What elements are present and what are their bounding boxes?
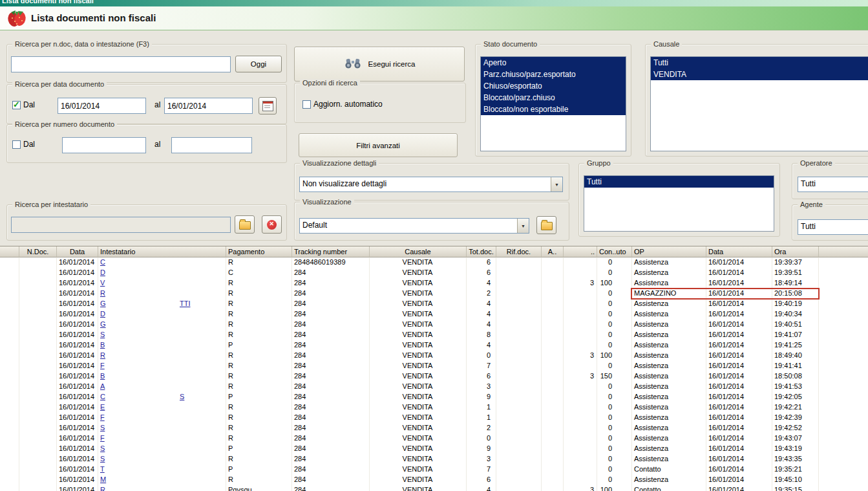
list-item[interactable]: Aperto	[481, 57, 626, 69]
table-row[interactable]: 16/01/2014CR2848486019389VENDITA60Assist…	[0, 257, 868, 268]
number-from-input[interactable]	[62, 137, 146, 153]
intestatario-link[interactable]: S	[100, 444, 105, 452]
calendar-button[interactable]	[259, 97, 277, 115]
intestatario-link[interactable]: M	[100, 475, 106, 483]
intestatario-link[interactable]: C	[100, 393, 105, 400]
table-row[interactable]: 16/01/2014RR284VENDITA03100Assistenza16/…	[0, 351, 868, 361]
gruppo-listbox[interactable]: Tutti	[584, 175, 774, 232]
date-from-input[interactable]	[58, 98, 146, 114]
header-cell[interactable]: A..	[542, 246, 564, 257]
intestatario-link[interactable]: D	[100, 268, 105, 276]
intestatario-link[interactable]: G	[100, 300, 106, 307]
intestatario-link[interactable]: D	[100, 310, 105, 318]
view-select[interactable]: Default ▼	[299, 218, 529, 234]
intestatario-link[interactable]: G	[100, 320, 106, 328]
dal-number-checkbox[interactable]	[12, 140, 21, 149]
window-titlebar[interactable]: Lista documenti non fiscali	[0, 0, 868, 6]
list-item[interactable]: Chiuso/esportato	[481, 80, 626, 92]
header-cell[interactable]: Intestatario	[98, 246, 226, 257]
dal-date-checkbox[interactable]	[12, 101, 21, 109]
header-cell[interactable]: ..	[564, 246, 597, 257]
header-cell[interactable]	[0, 246, 19, 257]
header-cell[interactable]	[819, 246, 868, 257]
header-cell[interactable]: Tot.doc.	[467, 246, 496, 257]
intestatario-link[interactable]: V	[100, 279, 105, 287]
oggi-button[interactable]: Oggi	[235, 56, 282, 72]
table-row[interactable]: 16/01/2014DR284VENDITA40Assistenza16/01/…	[0, 309, 868, 320]
holder-clear-button[interactable]	[262, 215, 282, 234]
intestatario-link[interactable]: E	[100, 403, 105, 411]
esegui-ricerca-button[interactable]: Esegui ricerca	[294, 47, 465, 82]
list-item[interactable]: Tutti	[584, 176, 774, 188]
holder-folder-button[interactable]	[235, 215, 255, 234]
table-row[interactable]: 16/01/2014TP284VENDITA70Contatto16/01/20…	[0, 464, 868, 475]
agente-select[interactable]: Tutti ▼	[798, 219, 868, 235]
table-cell	[496, 257, 542, 268]
table-row[interactable]: 16/01/2014AR284VENDITA30Assistenza16/01/…	[0, 382, 868, 392]
table-row[interactable]: 16/01/2014FR284VENDITA00Assistenza16/01/…	[0, 433, 868, 444]
stato-listbox[interactable]: ApertoParz.chiuso/parz.esportatoChiuso/e…	[480, 56, 626, 151]
table-row[interactable]: 16/01/2014VR284VENDITA43100Assistenza16/…	[0, 278, 868, 289]
table-row[interactable]: 16/01/2014MR284VENDITA60Assistenza16/01/…	[0, 475, 868, 485]
intestatario-link[interactable]: S	[100, 331, 105, 338]
table-row[interactable]: 16/01/2014CSP284VENDITA90Assistenza16/01…	[0, 392, 868, 402]
intestatario-link[interactable]: S	[100, 455, 105, 463]
header-cell[interactable]: Causale	[370, 246, 467, 257]
header-cell[interactable]: Ora	[772, 246, 819, 257]
list-item[interactable]: Tutti	[651, 57, 868, 69]
table-row[interactable]: 16/01/2014BP284VENDITA40Assistenza16/01/…	[0, 340, 868, 351]
view-details-select[interactable]: Non visualizzare dettagli ▼	[299, 177, 563, 192]
table-row[interactable]: 16/01/2014DC284VENDITA60Assistenza16/01/…	[0, 268, 868, 278]
list-item[interactable]: Bloccato/parz.chiuso	[481, 92, 626, 104]
table-row[interactable]: 16/01/2014FR284VENDITA10Assistenza16/01/…	[0, 413, 868, 423]
chevron-down-icon[interactable]: ▼	[517, 219, 529, 233]
search-doc-input[interactable]	[11, 56, 231, 72]
header-cell[interactable]: Con..uto	[597, 246, 632, 257]
table-row[interactable]: 16/01/2014GTTIR284VENDITA40Assistenza16/…	[0, 299, 868, 309]
intestatario-link[interactable]: C	[100, 258, 105, 266]
intestatario-link[interactable]: S	[180, 392, 184, 402]
header-cell[interactable]: N.Doc.	[19, 246, 57, 257]
table-row[interactable]: 16/01/2014SP284VENDITA90Assistenza16/01/…	[0, 444, 868, 454]
intestatario-link[interactable]: TTI	[180, 299, 191, 309]
table-row[interactable]: 16/01/2014SR284VENDITA80Assistenza16/01/…	[0, 330, 868, 340]
list-item[interactable]: Bloccato/non esportabile	[481, 104, 626, 115]
table-row[interactable]: 16/01/2014ER284VENDITA10Assistenza16/01/…	[0, 402, 868, 413]
intestatario-link[interactable]: F	[100, 413, 105, 421]
view-folder-button[interactable]	[536, 216, 556, 234]
table-row[interactable]: 16/01/2014SR284VENDITA20Assistenza16/01/…	[0, 423, 868, 433]
list-item[interactable]: VENDITA	[651, 69, 868, 80]
auto-update-checkbox[interactable]	[302, 100, 311, 109]
intestatario-link[interactable]: B	[100, 341, 105, 349]
table-row[interactable]: 16/01/2014RR284VENDITA20MAGAZZINO16/01/2…	[0, 289, 868, 299]
table-row[interactable]: 16/01/2014RPqvsgu284VENDITA43100Contatto…	[0, 485, 868, 491]
intestatario-link[interactable]: F	[100, 434, 105, 442]
header-cell[interactable]: OP	[632, 246, 706, 257]
list-item[interactable]: Parz.chiuso/parz.esportato	[481, 69, 626, 80]
operatore-select[interactable]: Tutti ▼	[798, 177, 868, 192]
header-cell[interactable]: Tracking number	[292, 246, 370, 257]
intestatario-link[interactable]: B	[100, 372, 105, 380]
table-row[interactable]: 16/01/2014SR284VENDITA30Assistenza16/01/…	[0, 454, 868, 464]
intestatario-link[interactable]: R	[100, 289, 105, 297]
table-row[interactable]: 16/01/2014GR284VENDITA40Assistenza16/01/…	[0, 320, 868, 330]
chevron-down-icon[interactable]: ▼	[551, 177, 562, 191]
holder-input[interactable]	[11, 217, 231, 233]
header-cell[interactable]: Data	[57, 246, 98, 257]
intestatario-link[interactable]: A	[100, 382, 105, 390]
intestatario-link[interactable]: S	[100, 424, 105, 431]
number-to-input[interactable]	[171, 137, 252, 153]
causale-listbox[interactable]: TuttiVENDITA	[650, 56, 868, 151]
intestatario-link[interactable]: R	[100, 351, 105, 359]
header-cell[interactable]: Data	[706, 246, 772, 257]
header-cell[interactable]: Pagamento	[226, 246, 292, 257]
header-cell[interactable]: Rif.doc.	[496, 246, 542, 257]
intestatario-link[interactable]: T	[100, 465, 105, 473]
intestatario-link[interactable]: R	[100, 486, 105, 491]
table-row[interactable]: 16/01/2014FR284VENDITA70Assistenza16/01/…	[0, 361, 868, 371]
date-to-input[interactable]	[164, 98, 253, 114]
documents-table[interactable]: N.Doc.DataIntestatarioPagamentoTracking …	[0, 246, 868, 491]
table-row[interactable]: 16/01/2014BR284VENDITA63150Assistenza16/…	[0, 371, 868, 382]
intestatario-link[interactable]: F	[100, 362, 105, 369]
filtri-avanzati-button[interactable]: Filtri avanzati	[299, 133, 458, 157]
